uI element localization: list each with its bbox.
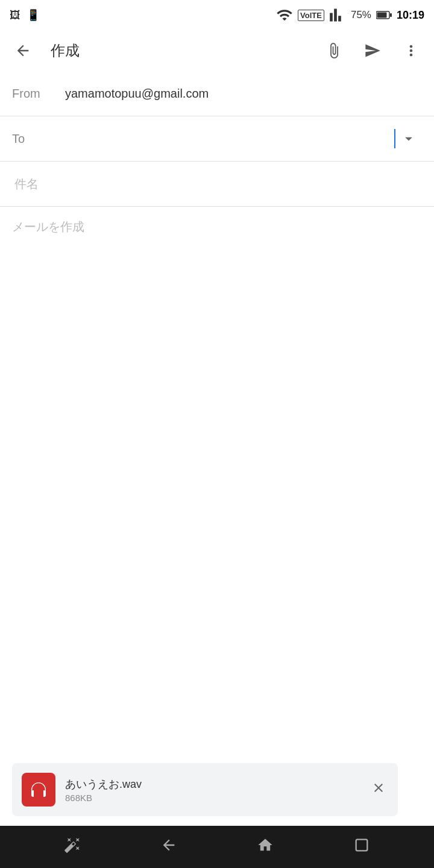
app-bar: 作成 — [0, 30, 434, 71]
page-title: 作成 — [51, 41, 311, 60]
to-input[interactable] — [60, 127, 392, 151]
send-button[interactable] — [359, 37, 386, 64]
sim-icon: 📱 — [27, 8, 40, 22]
battery-percentage: 75% — [351, 9, 371, 21]
from-label: From — [12, 87, 60, 101]
attachments-area: あいうえお.wav 868KB — [0, 753, 434, 826]
attachment-file-icon — [22, 773, 55, 807]
nav-home-button[interactable] — [251, 831, 280, 863]
from-field: From yamamotopuu@gmail.com — [0, 71, 434, 116]
back-button[interactable] — [10, 37, 36, 64]
to-input-wrapper[interactable] — [60, 127, 395, 151]
body-placeholder: メールを作成 — [12, 219, 422, 235]
attachment-info: あいうえお.wav 868KB — [65, 777, 359, 803]
to-field[interactable]: To — [0, 116, 434, 162]
nav-recents-button[interactable] — [347, 831, 376, 863]
nav-recent-button[interactable] — [58, 831, 87, 863]
battery-icon — [376, 11, 392, 19]
compose-form: From yamamotopuu@gmail.com To メールを作成 — [0, 71, 434, 826]
body-area[interactable]: メールを作成 — [0, 207, 434, 753]
attachment-card: あいうえお.wav 868KB — [12, 763, 398, 816]
svg-rect-2 — [390, 13, 392, 17]
more-button[interactable] — [398, 37, 424, 64]
attachment-remove-button[interactable] — [369, 778, 388, 801]
wifi-icon — [276, 7, 293, 24]
expand-recipients-button[interactable] — [395, 125, 422, 152]
nav-back-button[interactable] — [154, 831, 183, 863]
to-label: To — [12, 132, 60, 146]
attach-button[interactable] — [321, 37, 347, 64]
svg-rect-3 — [356, 840, 368, 851]
status-time: 10:19 — [397, 9, 424, 22]
attachment-filename: あいうえお.wav — [65, 777, 359, 791]
status-right: VolTE 75% 10:19 — [276, 7, 424, 24]
volte-icon: VolTE — [298, 10, 324, 21]
svg-rect-1 — [377, 13, 386, 18]
subject-field[interactable] — [0, 162, 434, 207]
subject-input[interactable] — [12, 172, 422, 196]
app-bar-actions — [321, 37, 424, 64]
attachment-filesize: 868KB — [65, 793, 359, 803]
nav-bar — [0, 826, 434, 868]
from-email: yamamotopuu@gmail.com — [65, 87, 209, 101]
status-left: 🖼 📱 — [10, 8, 40, 22]
status-bar: 🖼 📱 VolTE 75% 10:19 — [0, 0, 434, 30]
image-icon: 🖼 — [10, 9, 20, 22]
signal-icon — [329, 7, 346, 24]
